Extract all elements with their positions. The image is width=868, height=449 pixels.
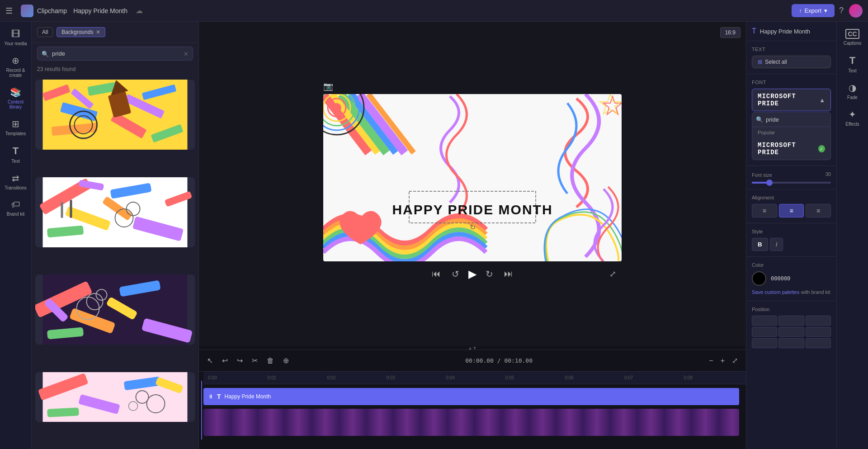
filter-all-button[interactable]: All: [37, 27, 53, 37]
undo-button[interactable]: ↩: [219, 354, 231, 367]
align-left-button[interactable]: ≡: [752, 204, 777, 217]
props-title-icon: T: [752, 27, 756, 35]
ruler-mark: 0:06: [564, 375, 623, 380]
color-hex-value: 000000: [771, 275, 790, 282]
text-track-type-icon: T: [217, 393, 221, 400]
svg-text:↻: ↻: [470, 223, 476, 231]
expand-timeline-button[interactable]: ⤢: [729, 354, 741, 367]
export-button[interactable]: ↑ Export ▾: [792, 4, 835, 17]
bold-button[interactable]: B: [752, 238, 768, 251]
list-item[interactable]: [35, 274, 195, 345]
app-name: Clipchamp: [37, 7, 67, 14]
timeline-collapse-bar[interactable]: ▲▼: [199, 346, 746, 350]
ruler-marks: 0:00 0:01 0:02 0:03 0:04 0:05 0:06 0:07 …: [207, 375, 742, 380]
left-sidebar: 🎞 Your media ⊕ Record & create 📚 Content…: [0, 22, 32, 449]
filter-tag-label: Backgrounds: [61, 29, 93, 35]
project-title[interactable]: Happy Pride Month: [73, 7, 127, 14]
position-middle-center[interactable]: [778, 327, 804, 337]
sidebar-item-effects[interactable]: ✦ Effects: [838, 105, 867, 130]
color-palette-suffix: with brand kit: [801, 289, 830, 295]
font-section-label: Font: [752, 80, 831, 85]
skip-back-button[interactable]: ⏮: [430, 267, 443, 281]
text-track[interactable]: ⏸ T Happy Pride Month: [203, 388, 739, 405]
select-all-button[interactable]: ⊞ Select all: [752, 56, 831, 68]
alignment-buttons: ≡ ≡ ≡: [752, 204, 831, 217]
filter-tag-close-icon[interactable]: ✕: [96, 29, 100, 35]
zoom-out-button[interactable]: −: [706, 355, 716, 367]
add-clip-button[interactable]: ⊕: [280, 354, 292, 367]
font-section: Font MICROSOFT PRIDE ▲ 🔍 Popular MICROSO…: [746, 74, 836, 166]
sidebar-item-brand-kit[interactable]: 🏷 Brand kit: [1, 196, 30, 220]
sidebar-item-text-right[interactable]: T Text: [838, 51, 867, 77]
sidebar-item-label: Your media: [4, 41, 27, 46]
redo-button[interactable]: ↪: [234, 354, 245, 367]
playhead[interactable]: [201, 381, 202, 440]
position-top-left[interactable]: [752, 316, 777, 326]
zoom-in-button[interactable]: +: [718, 355, 727, 367]
ruler-mark: 0:08: [683, 375, 743, 380]
skip-forward-button[interactable]: ⏭: [502, 267, 515, 281]
list-item[interactable]: [35, 80, 195, 150]
font-size-value: 30: [826, 171, 831, 177]
list-item[interactable]: [35, 372, 195, 422]
search-input[interactable]: [37, 47, 193, 61]
font-search-input[interactable]: [766, 116, 831, 123]
font-option-name: MICROSOFT PRIDE: [758, 142, 818, 156]
font-option-microsoft-pride[interactable]: MICROSOFT PRIDE ✓: [752, 138, 830, 160]
sidebar-item-record-create[interactable]: ⊕ Record & create: [1, 52, 30, 81]
align-center-button[interactable]: ≡: [779, 204, 804, 217]
position-top-center[interactable]: [778, 316, 804, 326]
sidebar-item-text[interactable]: T Text: [1, 142, 30, 167]
rewind-5s-button[interactable]: ↺: [450, 267, 461, 281]
save-palette-link[interactable]: Save custom palettes: [752, 289, 799, 295]
timeline-time-display: 00:00.00 / 00:10.00: [295, 357, 703, 364]
sidebar-item-captions[interactable]: CC Captions: [838, 25, 867, 49]
delete-button[interactable]: 🗑: [264, 355, 277, 367]
sidebar-item-content-library[interactable]: 📚 Content library: [1, 83, 30, 113]
sidebar-item-templates[interactable]: ⊞ Templates: [1, 115, 30, 140]
sidebar-item-label: Record & create: [3, 68, 28, 78]
fullscreen-button[interactable]: ⤢: [609, 269, 616, 279]
gallery: [32, 76, 198, 449]
filter-backgrounds-tag[interactable]: Backgrounds ✕: [57, 27, 105, 37]
user-avatar[interactable]: [849, 4, 863, 18]
help-icon[interactable]: ?: [839, 6, 844, 15]
font-option-check: ✓: [818, 145, 825, 152]
italic-button[interactable]: I: [770, 238, 783, 251]
search-clear-icon[interactable]: ✕: [184, 50, 189, 57]
list-item[interactable]: [35, 177, 195, 247]
fade-icon: ◑: [849, 82, 856, 93]
color-row: 000000: [752, 271, 831, 286]
popular-label: Popular: [752, 127, 830, 138]
hamburger-icon[interactable]: ☰: [5, 6, 13, 16]
sidebar-item-fade[interactable]: ◑ Fade: [838, 79, 867, 104]
ruler-mark: 0:00: [207, 375, 267, 380]
position-bottom-center[interactable]: [778, 338, 804, 348]
forward-5s-button[interactable]: ↻: [484, 267, 495, 281]
screenshot-icon[interactable]: 📷: [323, 81, 333, 91]
sidebar-item-label: Content library: [3, 99, 28, 109]
play-pause-button[interactable]: ▶: [468, 268, 476, 280]
font-dropdown-menu: 🔍 Popular MICROSOFT PRIDE ✓: [752, 112, 831, 160]
sidebar-item-your-media[interactable]: 🎞 Your media: [1, 25, 30, 50]
position-top-right[interactable]: [806, 316, 831, 326]
brand-kit-icon: 🏷: [11, 199, 20, 210]
timeline-tracks: ⏸ T Happy Pride Month: [199, 384, 746, 440]
color-swatch[interactable]: [752, 271, 766, 286]
style-buttons: B I: [752, 238, 831, 251]
cut-button[interactable]: ✂: [249, 354, 260, 367]
select-tool-button[interactable]: ↖: [204, 354, 216, 367]
align-right-button[interactable]: ≡: [806, 204, 831, 217]
position-middle-right[interactable]: [806, 327, 831, 337]
position-bottom-right[interactable]: [806, 338, 831, 348]
font-dropdown[interactable]: MICROSOFT PRIDE ▲: [752, 89, 831, 111]
sidebar-item-transitions[interactable]: ⇄ Transitions: [1, 169, 30, 194]
alignment-section: Alignment ≡ ≡ ≡: [746, 189, 836, 223]
ruler-mark: 0:07: [623, 375, 683, 380]
position-middle-left[interactable]: [752, 327, 777, 337]
font-size-slider[interactable]: [752, 182, 831, 184]
slider-thumb[interactable]: [766, 180, 773, 186]
filter-bar: All Backgrounds ✕: [32, 22, 198, 43]
position-bottom-left[interactable]: [752, 338, 777, 348]
background-track[interactable]: [203, 409, 739, 436]
